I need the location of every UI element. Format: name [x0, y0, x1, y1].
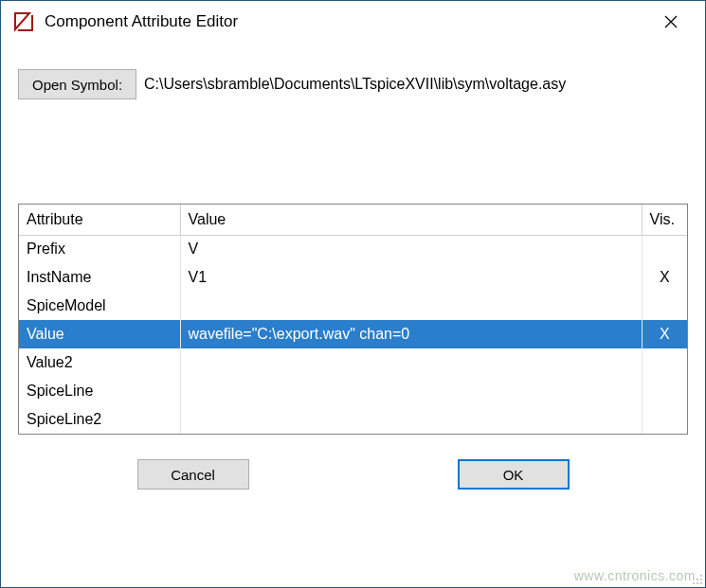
table-row[interactable]: Value2	[19, 348, 687, 377]
cell-value[interactable]	[180, 377, 642, 405]
table-row[interactable]: SpiceLine	[19, 377, 687, 405]
cell-vis[interactable]	[642, 377, 687, 405]
cell-value[interactable]	[180, 348, 642, 377]
cell-attribute[interactable]: Value	[19, 320, 180, 348]
dialog-button-row: Cancel OK	[18, 435, 688, 507]
ok-button[interactable]: OK	[458, 459, 570, 490]
cell-vis[interactable]: X	[642, 263, 687, 292]
cell-value[interactable]: V	[180, 235, 642, 263]
cell-vis[interactable]	[642, 235, 687, 263]
cell-vis[interactable]: X	[642, 320, 687, 348]
cell-attribute[interactable]: SpiceModel	[19, 292, 180, 320]
attribute-table-body: Prefix V InstName V1 X SpiceModel	[19, 235, 687, 434]
titlebar: Component Attribute Editor	[1, 1, 705, 43]
symbol-path-text: C:\Users\sbramble\Documents\LTspiceXVII\…	[144, 76, 566, 93]
col-header-attribute[interactable]: Attribute	[19, 205, 180, 235]
dialog-body: Open Symbol: C:\Users\sbramble\Documents…	[1, 43, 705, 587]
table-row[interactable]: InstName V1 X	[19, 263, 687, 292]
col-header-vis[interactable]: Vis.	[642, 205, 687, 235]
cell-value[interactable]: wavefile="C:\export.wav" chan=0	[180, 320, 642, 348]
cell-attribute[interactable]: SpiceLine	[19, 377, 180, 405]
cell-attribute[interactable]: Value2	[19, 348, 180, 377]
window-title: Component Attribute Editor	[45, 12, 650, 31]
table-row[interactable]: SpiceLine2	[19, 405, 687, 434]
symbol-path-row: Open Symbol: C:\Users\sbramble\Documents…	[18, 69, 688, 99]
close-button[interactable]	[650, 3, 692, 41]
table-row[interactable]: Value wavefile="C:\export.wav" chan=0 X	[19, 320, 687, 348]
cell-vis[interactable]	[642, 348, 687, 377]
cell-attribute[interactable]: SpiceLine2	[19, 405, 180, 434]
cell-vis[interactable]	[642, 405, 687, 434]
cell-attribute[interactable]: InstName	[19, 263, 180, 292]
cell-value[interactable]	[180, 292, 642, 320]
attribute-table[interactable]: Attribute Value Vis. Prefix V InstName V…	[19, 205, 687, 434]
app-icon	[12, 10, 35, 33]
col-header-value[interactable]: Value	[180, 205, 642, 235]
table-row[interactable]: SpiceModel	[19, 292, 687, 320]
cell-value[interactable]	[180, 405, 642, 434]
close-icon	[664, 15, 678, 28]
cell-vis[interactable]	[642, 292, 687, 320]
table-header-row: Attribute Value Vis.	[19, 205, 687, 235]
dialog-window: Component Attribute Editor Open Symbol: …	[0, 0, 706, 588]
cell-attribute[interactable]: Prefix	[19, 235, 180, 263]
open-symbol-button[interactable]: Open Symbol:	[18, 69, 136, 99]
table-row[interactable]: Prefix V	[19, 235, 687, 263]
cancel-button[interactable]: Cancel	[137, 459, 249, 490]
attribute-table-container: Attribute Value Vis. Prefix V InstName V…	[18, 204, 688, 435]
cell-value[interactable]: V1	[180, 263, 642, 292]
